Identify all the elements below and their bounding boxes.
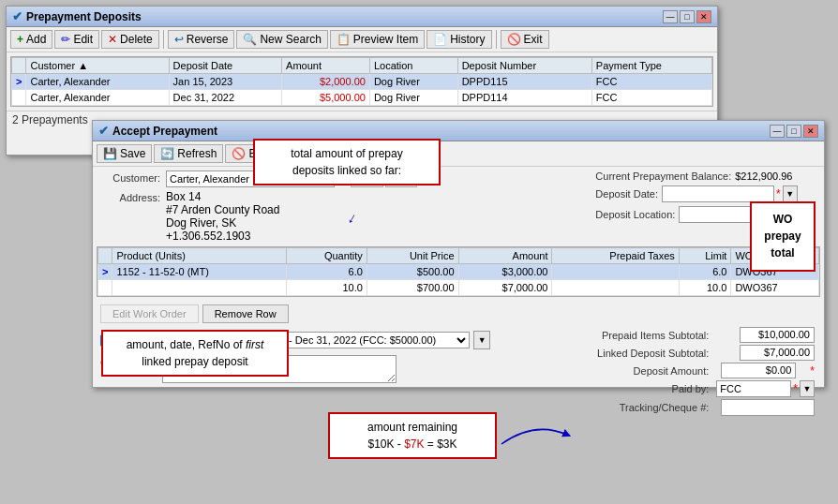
paid-by-row: Paid by: * ▼ [568, 380, 815, 397]
deposit-date-field: * ▼ [662, 185, 798, 202]
location-cell: Dog River [369, 74, 457, 90]
col-deposit-number[interactable]: Deposit Number [457, 58, 591, 74]
history-icon: 📄 [433, 33, 447, 46]
action-buttons-row: Edit Work Order Remove Row [93, 301, 824, 327]
customer-cell: Carter, Alexander [26, 74, 169, 90]
search-icon: 🔍 [243, 33, 257, 46]
linked-deposit-row: Linked Deposit Subtotal: $7,000.00 [568, 345, 815, 361]
product-limit: 10.0 [679, 280, 731, 296]
pcol-unit-price[interactable]: Unit Price [367, 248, 458, 264]
row-arrow: > [12, 74, 26, 90]
pcol-amount[interactable]: Amount [458, 248, 552, 264]
deposit-num-cell: DPPD115 [457, 74, 591, 90]
pcol-product[interactable]: Product (Units) [112, 248, 286, 264]
deposit-date-row: Deposit Date: * ▼ [595, 185, 815, 202]
product-name: 1152 - 11-52-0 (MT) [112, 264, 286, 280]
accept-close-button[interactable]: ✕ [803, 125, 818, 138]
location-cell: Dog River [369, 90, 457, 106]
paid-by-required: * [793, 382, 798, 395]
product-amount: $3,000.00 [458, 264, 552, 280]
tracking-input[interactable] [721, 399, 815, 416]
prepaid-items-row: Prepaid Items Subtotal: $10,000.00 [568, 327, 815, 343]
remaining-arrow-svg [497, 416, 572, 453]
total-amount-callout: total amount of prepaydeposits linked so… [253, 139, 441, 185]
window-icon: ✔ [12, 9, 22, 23]
prepayment-toolbar: + Add ✏ Edit ✕ Delete ↩ Reverse 🔍 New Se… [7, 27, 717, 52]
product-limit: 6.0 [679, 264, 731, 280]
address-label: Address: [100, 190, 166, 203]
paid-by-input[interactable] [716, 380, 791, 397]
reverse-button[interactable]: ↩ Reverse [168, 30, 235, 49]
exit-button[interactable]: 🚫 Exit [501, 30, 549, 49]
deposit-location-label: Deposit Location: [595, 209, 675, 220]
col-deposit-date[interactable]: Deposit Date [169, 58, 282, 74]
balance-value: $212,900.96 [735, 170, 792, 182]
maximize-button[interactable]: □ [680, 10, 695, 23]
close-button[interactable]: ✕ [696, 10, 711, 23]
summary-section: Prepaid Items Subtotal: $10,000.00 Linke… [568, 327, 815, 418]
product-grid: Product (Units) Quantity Unit Price Amou… [97, 246, 820, 297]
prepaid-items-value: $10,000.00 [740, 327, 815, 343]
minimize-button[interactable]: — [663, 10, 678, 23]
paid-by-label: Paid by: [568, 383, 709, 394]
refresh-button[interactable]: 🔄 Refresh [154, 144, 223, 163]
product-unit-price: $700.00 [367, 280, 458, 296]
delete-button[interactable]: ✕ Delete [101, 30, 159, 49]
product-table: Product (Units) Quantity Unit Price Amou… [97, 247, 819, 296]
deposit-date-input[interactable] [662, 185, 774, 202]
pcol-prepaid-taxes[interactable]: Prepaid Taxes [552, 248, 679, 264]
balance-row: Current Prepayment Balance: $212,900.96 [595, 170, 815, 182]
product-row[interactable]: > 1152 - 11-52-0 (MT) 6.0 $500.00 $3,000… [98, 264, 819, 280]
row-arrow [12, 90, 26, 106]
pcol-arrow [98, 248, 112, 264]
col-amount[interactable]: Amount [282, 58, 370, 74]
product-unit-price: $500.00 [367, 264, 458, 280]
date-cell: Dec 31, 2022 [169, 90, 282, 106]
col-customer[interactable]: Customer ▲ [26, 58, 169, 74]
customer-label: Customer: [100, 170, 166, 184]
prepayment-table: Customer ▲ Deposit Date Amount Location … [11, 57, 712, 106]
preview-item-button[interactable]: 📋 Preview Item [330, 30, 425, 49]
wo-dropdown-button[interactable]: ▼ [473, 331, 490, 349]
edit-work-order-button: Edit Work Order [100, 304, 199, 323]
deposit-amount-required: * [810, 364, 815, 378]
accept-title: Accept Prepayment [112, 125, 217, 138]
edit-button[interactable]: ✏ Edit [54, 30, 99, 49]
col-location[interactable]: Location [369, 58, 457, 74]
remove-row-button[interactable]: Remove Row [202, 304, 289, 323]
remaining-amount-callout: amount remaining$10K - $7K = $3K [328, 412, 497, 459]
accept-minimize-button[interactable]: — [770, 125, 785, 138]
refresh-icon: 🔄 [160, 147, 174, 160]
paid-by-field: * ▼ [716, 380, 815, 397]
prepayment-title: Prepayment Deposits [26, 10, 142, 23]
product-qty: 6.0 [286, 264, 367, 280]
separator-2 [496, 30, 497, 49]
accept-maximize-button[interactable]: □ [786, 125, 801, 138]
pcol-quantity[interactable]: Quantity [286, 248, 367, 264]
product-wo-ref: DWO367 [731, 280, 819, 296]
col-payment-type[interactable]: Payment Type [591, 58, 711, 74]
accept-exit-icon: 🚫 [232, 147, 246, 160]
deposit-date-dropdown[interactable]: ▼ [783, 185, 798, 202]
table-row[interactable]: Carter, Alexander Dec 31, 2022 $5,000.00… [12, 90, 712, 106]
product-amount: $7,000.00 [458, 280, 552, 296]
new-search-button[interactable]: 🔍 New Search [236, 30, 327, 49]
product-row[interactable]: 10.0 $700.00 $7,000.00 10.0 DWO367 [98, 280, 819, 296]
table-row[interactable]: > Carter, Alexander Jan 15, 2023 $2,000.… [12, 74, 712, 90]
deposit-amount-row: Deposit Amount: $0.00 * [568, 363, 815, 378]
linked-deposit-label: Linked Deposit Subtotal: [568, 348, 709, 359]
prepayment-title-bar: ✔ Prepayment Deposits — □ ✕ [7, 7, 717, 27]
save-button[interactable]: 💾 Save [97, 144, 152, 163]
amount-cell: $2,000.00 [282, 74, 370, 90]
payment-type-cell: FCC [591, 74, 711, 90]
prepayment-grid: Customer ▲ Deposit Date Amount Location … [10, 56, 713, 107]
payment-type-cell: FCC [591, 90, 711, 106]
add-button[interactable]: + Add [10, 30, 52, 49]
history-button[interactable]: 📄 History [426, 30, 491, 49]
paid-by-dropdown[interactable]: ▼ [800, 380, 815, 397]
prow-arrow: > [98, 264, 112, 280]
prow-arrow [98, 280, 112, 296]
product-prepaid-taxes [552, 264, 679, 280]
pcol-limit[interactable]: Limit [679, 248, 731, 264]
prepaid-items-label: Prepaid Items Subtotal: [568, 330, 709, 341]
